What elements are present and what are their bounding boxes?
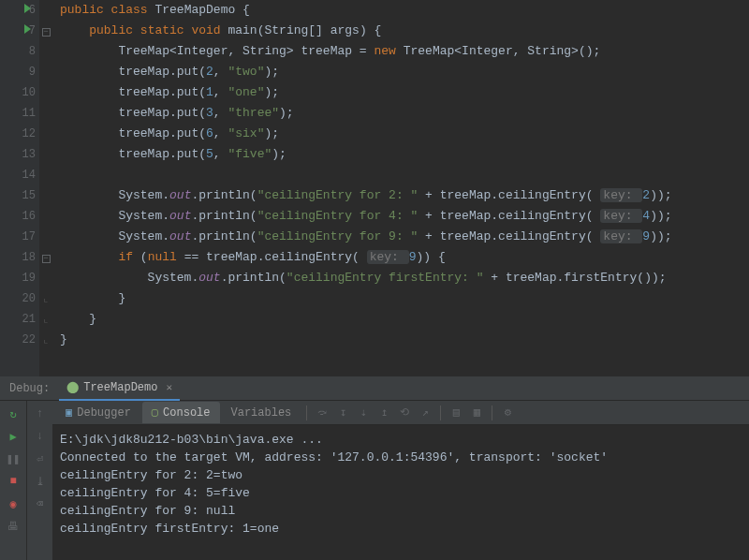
code-line[interactable]: treeMap.put(3, "three");	[60, 103, 749, 124]
settings-icon[interactable]: ⚙	[498, 404, 517, 422]
evaluate-icon[interactable]: ▤	[447, 404, 465, 422]
soft-wrap-icon[interactable]: ⏎	[31, 449, 50, 468]
code-line[interactable]: treeMap.put(5, "five");	[60, 144, 749, 165]
run-gutter-icon[interactable]	[24, 4, 31, 13]
folding-gutter[interactable]: −−⌞⌞⌞	[39, 0, 52, 376]
separator	[440, 405, 441, 420]
fold-marker	[39, 62, 52, 82]
run-to-cursor-icon[interactable]: ↗	[416, 404, 434, 422]
clear-icon[interactable]: ⌫	[31, 494, 50, 513]
line-number: 6	[0, 0, 36, 21]
resume-icon[interactable]: ▶	[4, 427, 22, 446]
run-gutter-icon[interactable]	[24, 24, 31, 34]
scroll-end-icon[interactable]: ⤓	[31, 472, 50, 491]
fold-marker	[39, 0, 52, 21]
line-number: 22	[0, 330, 36, 350]
code-line[interactable]: treeMap.put(1, "one");	[60, 82, 749, 103]
fold-marker	[39, 227, 52, 247]
line-number: 14	[0, 165, 36, 185]
code-line[interactable]: public static void main(String[] args) {	[60, 21, 749, 41]
debug-left-toolbar-2: ↑ ↓ ⏎ ⤓ ⌫	[26, 401, 52, 560]
line-number: 15	[0, 185, 36, 206]
stop-icon[interactable]: ■	[4, 472, 22, 491]
fold-marker	[39, 124, 52, 144]
line-number: 12	[0, 124, 36, 144]
line-number: 21	[0, 309, 36, 330]
line-number: 19	[0, 268, 36, 288]
debug-left-toolbar-1: ↻ ▶ ❚❚ ■ ◉ 🖶	[0, 401, 26, 560]
console-icon: ▢	[152, 405, 158, 420]
line-number: 11	[0, 103, 36, 124]
code-line[interactable]: }	[60, 288, 749, 309]
code-line[interactable]: }	[60, 330, 749, 350]
line-number: 13	[0, 144, 36, 165]
fold-marker	[39, 103, 52, 124]
debug-header: Debug: ⬤ TreeMapDemo ✕	[0, 376, 749, 401]
line-number: 16	[0, 206, 36, 227]
line-number: 10	[0, 82, 36, 103]
debug-tool-tabs: ▣ Debugger ▢ Console Variables ⤼ ↧ ⇣ ↥ ⟲…	[52, 401, 749, 425]
pause-icon[interactable]: ❚❚	[4, 449, 22, 468]
fold-marker[interactable]: −	[39, 247, 52, 268]
console-output[interactable]: E:\jdk\jdk8u212-b03\bin\java.exe ... Con…	[52, 425, 749, 560]
line-number: 9	[0, 62, 36, 82]
print-icon[interactable]: 🖶	[4, 517, 22, 536]
fold-marker	[39, 165, 52, 185]
fold-marker	[39, 41, 52, 62]
tab-console[interactable]: ▢ Console	[142, 402, 220, 423]
fold-marker	[39, 185, 52, 206]
rerun-icon[interactable]: ↻	[4, 405, 22, 423]
code-line[interactable]: treeMap.put(2, "two");	[60, 62, 749, 82]
code-line[interactable]: System.out.println("ceilingEntry for 9: …	[60, 227, 749, 247]
step-into-icon[interactable]: ↧	[333, 404, 352, 422]
tab-variables[interactable]: Variables	[222, 403, 301, 423]
drop-frame-icon[interactable]: ⟲	[395, 404, 414, 422]
tab-debugger[interactable]: ▣ Debugger	[56, 402, 140, 423]
breakpoint-icon[interactable]: ◉	[4, 494, 22, 513]
code-editor[interactable]: 678910111213141516171819202122 −−⌞⌞⌞ pub…	[0, 0, 749, 376]
force-step-into-icon[interactable]: ⇣	[354, 404, 373, 422]
fold-marker[interactable]: ⌞	[39, 330, 52, 350]
step-over-icon[interactable]: ⤼	[313, 404, 331, 422]
code-line[interactable]: System.out.println("ceilingEntry for 2: …	[60, 185, 749, 206]
step-out-icon[interactable]: ↥	[374, 404, 393, 422]
separator	[492, 405, 492, 420]
code-area[interactable]: public class TreeMapDemo { public static…	[52, 0, 749, 376]
fold-marker	[39, 206, 52, 227]
fold-marker	[39, 268, 52, 288]
debugger-icon: ▣	[66, 405, 72, 420]
line-number: 18	[0, 247, 36, 268]
debug-config-tab[interactable]: ⬤ TreeMapDemo ✕	[59, 376, 180, 401]
code-line[interactable]: System.out.println("ceilingEntry firstEn…	[60, 268, 749, 288]
code-line[interactable]: TreeMap<Integer, String> treeMap = new T…	[60, 41, 749, 62]
close-icon[interactable]: ✕	[166, 381, 172, 393]
line-number: 20	[0, 288, 36, 309]
debug-panel: Debug: ⬤ TreeMapDemo ✕ ↻ ▶ ❚❚ ■ ◉ 🖶 ↑ ↓ …	[0, 376, 749, 560]
fold-marker[interactable]: ⌞	[39, 288, 52, 309]
threads-icon[interactable]: ▦	[467, 404, 486, 422]
up-icon[interactable]: ↑	[31, 405, 50, 423]
debug-label: Debug:	[0, 382, 59, 395]
code-line[interactable]: public class TreeMapDemo {	[60, 0, 749, 21]
line-number-gutter: 678910111213141516171819202122	[0, 0, 39, 376]
down-icon[interactable]: ↓	[31, 427, 50, 446]
fold-marker	[39, 144, 52, 165]
bug-icon: ⬤	[66, 380, 79, 394]
code-line[interactable]: System.out.println("ceilingEntry for 4: …	[60, 206, 749, 227]
fold-marker[interactable]: ⌞	[39, 309, 52, 330]
code-line[interactable]: treeMap.put(6, "six");	[60, 124, 749, 144]
code-line[interactable]	[60, 165, 749, 185]
debug-tab-label: TreeMapDemo	[83, 381, 157, 394]
fold-marker	[39, 82, 52, 103]
code-line[interactable]: if (null == treeMap.ceilingEntry( key: 9…	[60, 247, 749, 268]
fold-marker[interactable]: −	[39, 21, 52, 41]
line-number: 8	[0, 41, 36, 62]
separator	[306, 405, 307, 420]
line-number: 17	[0, 227, 36, 247]
code-line[interactable]: }	[60, 309, 749, 330]
line-number: 7	[0, 21, 36, 41]
